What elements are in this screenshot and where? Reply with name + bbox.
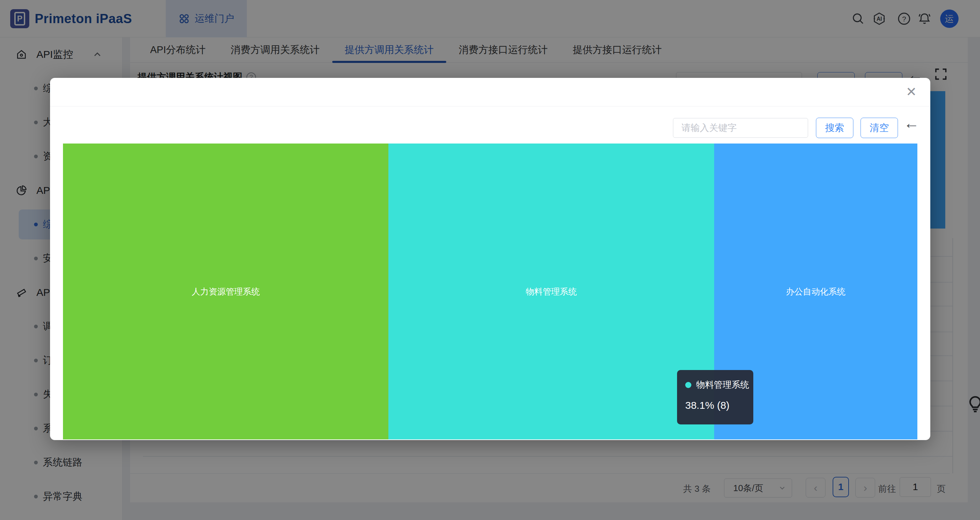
treemap-block-label: 人力资源管理系统 <box>192 286 260 297</box>
modal-header: ✕ <box>50 78 930 106</box>
tooltip-series-name: 物料管理系统 <box>696 379 749 391</box>
treemap-block-物料管理系统[interactable]: 物料管理系统 <box>388 144 714 439</box>
close-icon[interactable]: ✕ <box>906 86 917 98</box>
modal-search-button[interactable]: 搜索 <box>816 118 853 138</box>
treemap-block-label: 办公自动化系统 <box>786 286 846 297</box>
screen: P Primeton iPaaS 运维门户 AI ? <box>0 0 980 520</box>
chart-tooltip: 物料管理系统 38.1% (8) <box>677 370 753 425</box>
modal-clear-button[interactable]: 清空 <box>861 118 898 138</box>
tooltip-value: 38.1% (8) <box>685 400 753 411</box>
treemap-block-label: 物料管理系统 <box>526 286 577 297</box>
provider-treemap: 人力资源管理系统物料管理系统办公自动化系统 <box>63 144 917 439</box>
provider-treemap-modal: ✕ 搜索 清空 ← 人力资源管理系统物料管理系统办公自动化系统 物料管理系统 3… <box>50 78 930 440</box>
treemap-block-人力资源管理系统[interactable]: 人力资源管理系统 <box>63 144 388 439</box>
lightbulb-icon[interactable] <box>968 395 980 416</box>
back-arrow-icon[interactable]: ← <box>904 114 920 132</box>
series-dot-icon <box>685 382 691 388</box>
keyword-search-input[interactable] <box>673 118 808 138</box>
